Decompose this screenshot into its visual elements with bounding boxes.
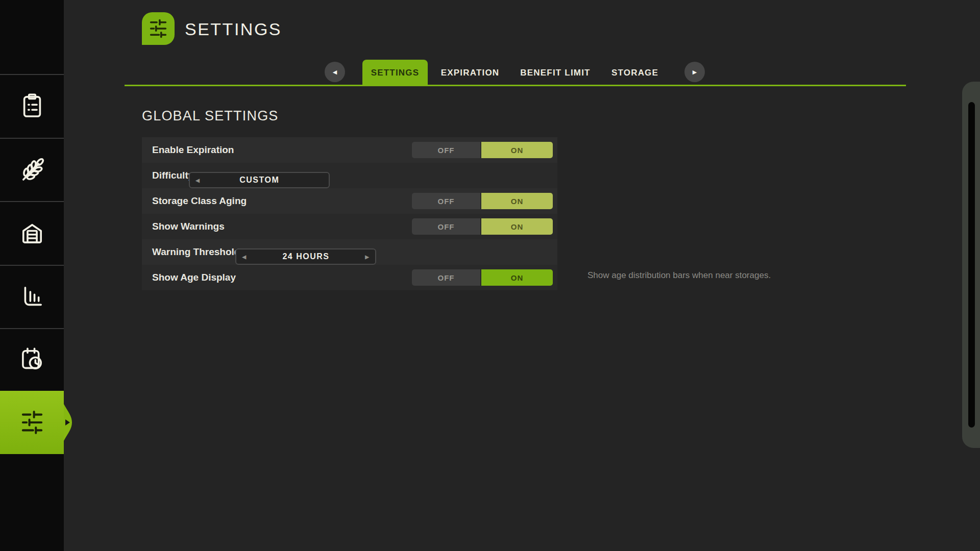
sidebar-item-settings[interactable] [0, 391, 64, 454]
bar-chart-icon [17, 282, 47, 311]
settings-sliders-icon [17, 408, 47, 437]
difficulty-selector[interactable]: ◀ CUSTOM [189, 172, 330, 188]
tab-benefit-limit[interactable]: BENEFIT LIMIT [514, 60, 596, 86]
setting-label: Show Age Display [142, 272, 236, 283]
panel-edge [962, 82, 980, 448]
toggle-off-button[interactable]: OFF [412, 142, 480, 158]
setting-label: Storage Class Aging [142, 195, 247, 207]
setting-description: Show age distribution bars when near sto… [587, 270, 771, 281]
toggle-off-button[interactable]: OFF [412, 269, 480, 286]
page-title: SETTINGS [185, 19, 282, 39]
tab-label: BENEFIT LIMIT [520, 68, 590, 78]
tab-underline [125, 85, 906, 86]
right-arrow-icon: ▶ [693, 69, 697, 76]
toggle-off-button[interactable]: OFF [412, 218, 480, 235]
sidebar-item-storages[interactable] [0, 202, 64, 265]
sidebar-item-tasks[interactable] [0, 74, 64, 138]
setting-row-difficulty: Difficulty ◀ CUSTOM [142, 163, 557, 188]
enable-expiration-toggle: OFF ON [412, 142, 553, 158]
sidebar [0, 0, 64, 551]
storage-class-aging-toggle: OFF ON [412, 193, 553, 209]
tab-label: EXPIRATION [441, 68, 500, 78]
setting-label: Show Warnings [142, 221, 225, 232]
wheat-crop-icon [17, 155, 47, 185]
section-heading: GLOBAL SETTINGS [142, 108, 279, 124]
settings-sliders-icon [146, 17, 170, 40]
selector-prev-icon[interactable]: ◀ [195, 178, 200, 183]
previous-tab-button[interactable]: ◀ [325, 62, 345, 82]
toggle-on-button[interactable]: ON [481, 193, 553, 209]
toggle-on-button[interactable]: ON [481, 269, 553, 286]
setting-row-show-age-display: Show Age Display OFF ON [142, 265, 557, 290]
sidebar-item-crops[interactable] [0, 138, 64, 202]
setting-label: Warning Threshold [142, 246, 240, 258]
selector-prev-icon[interactable]: ◀ [242, 254, 247, 260]
tab-label: SETTINGS [371, 68, 420, 78]
setting-label: Difficulty [142, 170, 193, 181]
sidebar-item-expiration[interactable] [0, 328, 64, 391]
tab-label: STORAGE [611, 68, 658, 78]
setting-row-storage-class-aging: Storage Class Aging OFF ON [142, 188, 557, 214]
tab-expiration[interactable]: EXPIRATION [434, 60, 506, 86]
storage-shed-icon [17, 218, 47, 248]
tab-storage[interactable]: STORAGE [604, 60, 666, 86]
toggle-on-button[interactable]: ON [481, 142, 553, 158]
selector-value: 24 HOURS [282, 252, 329, 261]
toggle-on-button[interactable]: ON [481, 218, 553, 235]
setting-row-warning-threshold: Warning Threshold ◀ 24 HOURS ▶ [142, 239, 557, 265]
settings-app-icon [142, 12, 175, 45]
selector-value: CUSTOM [239, 176, 279, 185]
clipboard-list-icon [17, 91, 47, 121]
next-tab-button[interactable]: ▶ [684, 62, 705, 82]
setting-row-show-warnings: Show Warnings OFF ON [142, 214, 557, 239]
active-item-arrow-icon [65, 419, 70, 425]
left-arrow-icon: ◀ [333, 69, 337, 76]
selector-next-icon[interactable]: ▶ [365, 254, 370, 260]
setting-label: Enable Expiration [142, 144, 234, 156]
setting-row-enable-expiration: Enable Expiration OFF ON [142, 137, 557, 163]
tab-settings[interactable]: SETTINGS [362, 60, 428, 86]
toggle-off-button[interactable]: OFF [412, 193, 480, 209]
show-warnings-toggle: OFF ON [412, 218, 553, 235]
sidebar-item-statistics[interactable] [0, 265, 64, 328]
scrollbar-thumb[interactable] [968, 102, 975, 428]
warning-threshold-selector[interactable]: ◀ 24 HOURS ▶ [235, 248, 376, 265]
calendar-clock-icon [17, 345, 47, 374]
settings-list: Enable Expiration OFF ON Difficulty ◀ CU… [142, 137, 557, 290]
show-age-display-toggle: OFF ON [412, 269, 553, 286]
